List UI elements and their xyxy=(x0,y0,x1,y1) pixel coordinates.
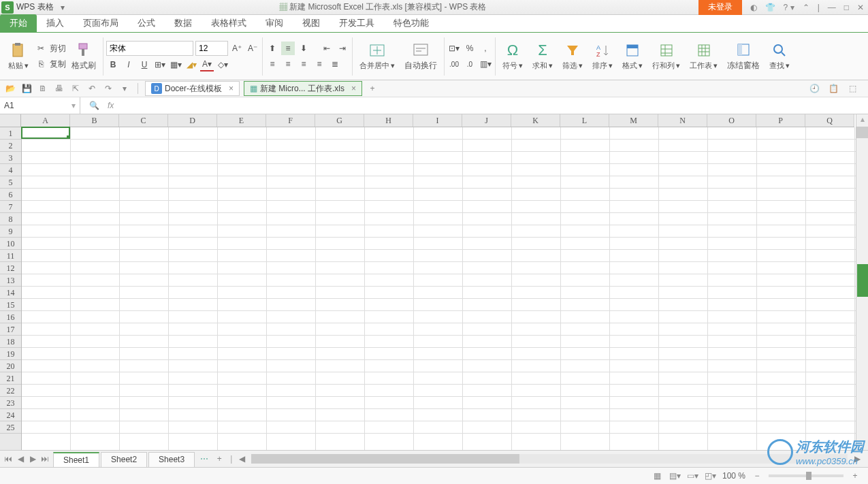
new-sheet-icon[interactable]: + xyxy=(214,453,225,464)
col-header-F[interactable]: F xyxy=(266,114,315,127)
side-panel-toggle[interactable] xyxy=(857,264,868,297)
row-header-2[interactable]: 2 xyxy=(0,140,21,152)
close-tab-icon[interactable]: × xyxy=(229,84,234,93)
row-header-14[interactable]: 14 xyxy=(0,287,21,299)
docer-tab[interactable]: D Docer-在线模板 × xyxy=(145,81,240,96)
align-center-icon[interactable]: ≡ xyxy=(281,57,295,71)
row-header-15[interactable]: 15 xyxy=(0,299,21,311)
col-header-E[interactable]: E xyxy=(217,114,266,127)
col-header-P[interactable]: P xyxy=(756,114,805,127)
clear-format-button[interactable]: ◇▾ xyxy=(216,58,229,71)
row-header-17[interactable]: 17 xyxy=(0,323,21,336)
increase-indent-icon[interactable]: ⇥ xyxy=(336,42,349,55)
col-header-A[interactable]: A xyxy=(21,114,70,127)
align-top-icon[interactable]: ⬆ xyxy=(266,42,279,55)
format-icon[interactable] xyxy=(624,42,641,59)
select-icon[interactable]: ⬚ xyxy=(846,82,858,95)
font-color-button[interactable]: A▾ xyxy=(200,58,214,71)
open-icon[interactable]: 📂 xyxy=(4,82,16,95)
fx-icon[interactable]: fx xyxy=(108,101,114,110)
sort-button[interactable]: 排序 ▾ xyxy=(592,61,613,71)
sync-icon[interactable]: ◐ xyxy=(750,3,757,12)
filter-icon[interactable] xyxy=(564,42,581,59)
col-header-D[interactable]: D xyxy=(168,114,217,127)
increase-font-icon[interactable]: A⁺ xyxy=(230,42,244,55)
export-icon[interactable]: ⇱ xyxy=(69,82,82,95)
app-menu-dropdown[interactable]: ▾ xyxy=(58,3,67,12)
decrease-decimal-icon[interactable]: .0 xyxy=(463,57,477,71)
close-tab-icon[interactable]: × xyxy=(351,84,356,93)
font-size-select[interactable] xyxy=(195,41,228,56)
function-wizard-icon[interactable]: 🔍 xyxy=(87,99,101,112)
cut-button[interactable]: 剪切 xyxy=(50,43,66,54)
col-header-I[interactable]: I xyxy=(413,114,462,127)
app-badge[interactable]: S xyxy=(1,1,14,14)
name-box[interactable]: A1 ▾ xyxy=(0,97,80,114)
copy-button[interactable]: 复制 xyxy=(50,59,66,70)
row-header-8[interactable]: 8 xyxy=(0,213,21,225)
file-tab[interactable]: ▦ 新建 Micro... 工作表.xls × xyxy=(244,81,362,96)
zoom-slider[interactable] xyxy=(769,474,843,477)
row-header-24[interactable]: 24 xyxy=(0,409,21,421)
menu-插入[interactable]: 插入 xyxy=(37,14,74,32)
border-button[interactable]: ⊞▾ xyxy=(153,58,167,71)
menu-开发工具[interactable]: 开发工具 xyxy=(329,14,384,32)
paste-icon[interactable] xyxy=(10,42,27,59)
login-button[interactable]: 未登录 xyxy=(698,0,742,15)
zoom-in-icon[interactable]: + xyxy=(849,470,861,481)
row-header-13[interactable]: 13 xyxy=(0,274,21,287)
freeze-icon[interactable] xyxy=(735,41,752,59)
row-header-9[interactable]: 9 xyxy=(0,225,21,238)
format-painter-button[interactable]: 格式刷 xyxy=(71,60,96,71)
find-icon[interactable] xyxy=(771,42,788,59)
paste-button[interactable]: 粘贴 ▾ xyxy=(8,61,29,71)
menu-表格样式[interactable]: 表格样式 xyxy=(202,14,256,32)
sum-button[interactable]: 求和 ▾ xyxy=(532,61,553,71)
freeze-button[interactable]: 冻结窗格 xyxy=(727,60,760,71)
row-header-6[interactable]: 6 xyxy=(0,189,21,201)
font-select[interactable] xyxy=(106,41,193,56)
hscroll-left[interactable]: ◀ xyxy=(236,453,247,464)
row-header-4[interactable]: 4 xyxy=(0,164,21,176)
col-header-H[interactable]: H xyxy=(364,114,413,127)
number-format-icon[interactable]: ⊡▾ xyxy=(447,42,461,55)
clipboard-icon[interactable]: 📋 xyxy=(827,82,839,95)
save-icon[interactable]: 💾 xyxy=(20,82,33,95)
cell-style-button[interactable]: ▦▾ xyxy=(169,58,182,71)
rowcol-icon[interactable] xyxy=(658,42,675,59)
undo-icon[interactable]: ↶ xyxy=(86,82,98,95)
justify-icon[interactable]: ≡ xyxy=(312,57,326,71)
wrap-button[interactable]: 自动换行 xyxy=(404,60,437,71)
align-left-icon[interactable]: ≡ xyxy=(266,57,279,71)
view-normal-icon[interactable]: ▦ xyxy=(652,470,664,481)
sheet-nav-last[interactable]: ⏭ xyxy=(39,453,50,464)
menu-审阅[interactable]: 审阅 xyxy=(256,14,293,32)
row-header-5[interactable]: 5 xyxy=(0,176,21,189)
bold-button[interactable]: B xyxy=(106,58,120,71)
row-header-11[interactable]: 11 xyxy=(0,250,21,262)
zoom-out-icon[interactable]: − xyxy=(751,470,763,481)
view-page-icon[interactable]: ▤▾ xyxy=(669,470,681,481)
sheet-icon[interactable] xyxy=(695,42,713,59)
maximize-button[interactable]: □ xyxy=(844,3,849,12)
sheet-nav-first[interactable]: ⏮ xyxy=(3,453,14,464)
skin-icon[interactable]: 👕 xyxy=(765,3,775,12)
print-preview-icon[interactable]: 🗎 xyxy=(37,82,49,95)
row-header-22[interactable]: 22 xyxy=(0,385,21,397)
align-bottom-icon[interactable]: ⬇ xyxy=(297,42,310,55)
sheet-nav-next[interactable]: ▶ xyxy=(27,453,38,464)
increase-decimal-icon[interactable]: .00 xyxy=(447,57,461,71)
col-header-N[interactable]: N xyxy=(658,114,707,127)
row-header-7[interactable]: 7 xyxy=(0,201,21,213)
new-tab-icon[interactable]: + xyxy=(366,82,379,95)
row-header-25[interactable]: 25 xyxy=(0,421,21,434)
underline-button[interactable]: U xyxy=(138,58,151,71)
name-box-dropdown[interactable]: ▾ xyxy=(71,101,76,110)
sort-icon[interactable]: AZ xyxy=(594,42,611,59)
more-qat-icon[interactable]: ▾ xyxy=(118,82,131,95)
row-header-19[interactable]: 19 xyxy=(0,348,21,360)
sheet-list-icon[interactable]: ⋯ xyxy=(199,453,210,464)
col-header-G[interactable]: G xyxy=(315,114,364,127)
zoom-value[interactable]: 100 % xyxy=(722,471,745,481)
sheet-tab-Sheet1[interactable]: Sheet1 xyxy=(53,452,99,467)
